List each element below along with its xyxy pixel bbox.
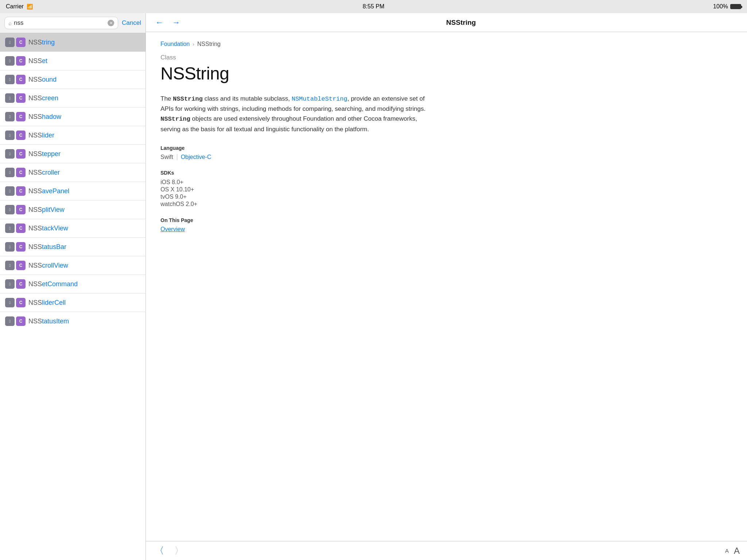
result-suffix: avePanel (42, 187, 69, 195)
icon-group:  C (5, 279, 26, 289)
apple-icon:  (5, 242, 15, 252)
result-suffix: tepper (42, 150, 61, 158)
language-objc[interactable]: Objective-C (181, 154, 212, 160)
nav-back-button[interactable]: ← (153, 16, 166, 29)
battery-percent: 100% (713, 3, 728, 10)
result-item[interactable]:  C NSSplitView (0, 201, 146, 219)
result-item[interactable]:  C NSSetCommand (0, 275, 146, 293)
result-item[interactable]:  C NSString (0, 33, 146, 52)
icon-group:  C (5, 112, 26, 121)
time-label: 8:55 PM (363, 3, 384, 9)
breadcrumb-current: NSString (197, 41, 221, 47)
icon-group:  C (5, 149, 26, 159)
icon-group:  C (5, 242, 26, 252)
icon-group:  C (5, 93, 26, 103)
link-nsmutablestring[interactable]: NSMutableString (291, 96, 347, 102)
result-suffix: tatusItem (42, 318, 69, 325)
result-suffix: crollView (42, 262, 68, 269)
font-decrease-button[interactable]: A (725, 548, 729, 554)
font-controls: A A (725, 546, 740, 556)
results-list:  C NSString  C NSSet  C NSSound (0, 33, 146, 560)
on-this-page-label: On This Page (160, 217, 732, 223)
result-item[interactable]:  C NSSound (0, 70, 146, 89)
sdk-list: iOS 8.0+OS X 10.10+tvOS 9.0+watchOS 2.0+ (160, 179, 732, 208)
icon-group:  C (5, 168, 26, 177)
result-item[interactable]:  C NSStepper (0, 145, 146, 163)
search-input[interactable] (14, 19, 105, 27)
result-item[interactable]:  C NSScroller (0, 163, 146, 182)
apple-icon:  (5, 149, 15, 159)
clear-input-button[interactable]: ✕ (108, 20, 114, 26)
apple-icon:  (5, 38, 15, 47)
icon-group:  C (5, 56, 26, 66)
result-suffix: etCommand (42, 280, 78, 288)
result-prefix: NSS (28, 243, 42, 250)
result-name: NSSet (28, 57, 47, 65)
on-this-page-link[interactable]: Overview (160, 226, 185, 232)
search-icon: ⌕ (8, 20, 12, 26)
sdks-section: SDKs iOS 8.0+OS X 10.10+tvOS 9.0+watchOS… (160, 170, 732, 208)
result-name: NSScroller (28, 169, 60, 176)
result-prefix: NSS (28, 39, 42, 46)
class-icon: C (16, 261, 26, 270)
result-name: NSSavePanel (28, 187, 69, 195)
class-icon: C (16, 316, 26, 326)
result-name: NSSetCommand (28, 280, 78, 288)
result-item[interactable]:  C NSScrollView (0, 256, 146, 275)
description: The NSString class and its mutable subcl… (160, 94, 438, 134)
result-suffix: ound (42, 76, 57, 83)
apple-icon:  (5, 223, 15, 233)
result-item[interactable]:  C NSStatusBar (0, 238, 146, 256)
result-suffix: hadow (42, 113, 61, 120)
icon-group:  C (5, 75, 26, 84)
result-prefix: NSS (28, 76, 42, 83)
result-prefix: NSS (28, 169, 42, 176)
result-item[interactable]:  C NSSavePanel (0, 182, 146, 201)
language-divider (177, 154, 177, 160)
result-name: NSStatusBar (28, 243, 66, 251)
sdk-item: tvOS 9.0+ (160, 193, 732, 201)
result-prefix: NSS (28, 206, 42, 213)
breadcrumb-parent-link[interactable]: Foundation (160, 41, 190, 47)
sdk-item: iOS 8.0+ (160, 179, 732, 186)
class-icon: C (16, 112, 26, 121)
font-increase-button[interactable]: A (734, 546, 740, 556)
result-name: NSStepper (28, 150, 61, 158)
result-item[interactable]:  C NSSlider (0, 126, 146, 145)
result-item[interactable]:  C NSScreen (0, 89, 146, 108)
icon-group:  C (5, 298, 26, 307)
breadcrumb-separator: › (193, 41, 194, 47)
result-item[interactable]:  C NSSliderCell (0, 293, 146, 312)
result-prefix: NSS (28, 225, 42, 232)
apple-icon:  (5, 56, 15, 66)
class-icon: C (16, 75, 26, 84)
result-item[interactable]:  C NSStatusItem (0, 312, 146, 330)
class-icon: C (16, 242, 26, 252)
result-prefix: NSS (28, 318, 42, 325)
apple-icon:  (5, 112, 15, 121)
nav-arrows: ← → (153, 16, 182, 29)
result-name: NSString (28, 39, 55, 46)
battery-icon (730, 4, 741, 9)
result-name: NSSlider (28, 132, 54, 139)
cancel-button[interactable]: Cancel (122, 19, 141, 27)
result-item[interactable]:  C NSSet (0, 52, 146, 70)
apple-icon:  (5, 261, 15, 270)
nav-forward-button[interactable]: → (170, 16, 182, 29)
icon-group:  C (5, 261, 26, 270)
result-item[interactable]:  C NSStackView (0, 219, 146, 238)
result-suffix: lider (42, 132, 54, 139)
bottom-prev-button[interactable]: 〈 (153, 543, 166, 559)
result-name: NSStackView (28, 225, 68, 232)
class-icon: C (16, 56, 26, 66)
apple-icon:  (5, 316, 15, 326)
bottom-next-button[interactable]: 〉 (173, 543, 185, 559)
nav-title: NSString (182, 19, 740, 27)
result-item[interactable]:  C NSShadow (0, 108, 146, 126)
result-prefix: NSS (28, 299, 42, 306)
language-swift[interactable]: Swift (160, 154, 173, 160)
search-input-wrapper: ⌕ ✕ (4, 17, 118, 29)
class-icon: C (16, 298, 26, 307)
result-prefix: NSS (28, 262, 42, 269)
main-container: ⌕ ✕ Cancel  C NSString  C NSSet (0, 13, 747, 560)
